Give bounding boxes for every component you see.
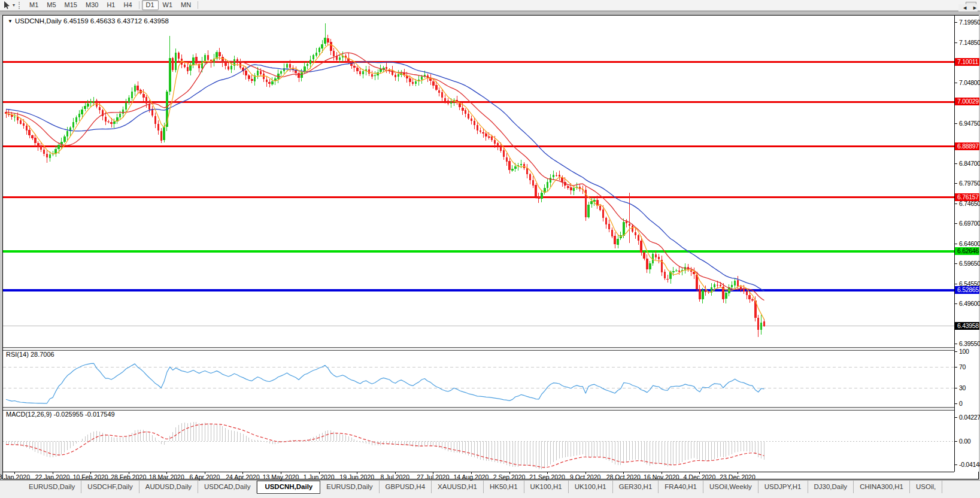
chart-tab-uk100-h1[interactable]: UK100,H1 xyxy=(524,481,569,493)
chart-tab-dj30-daily[interactable]: DJ30,Daily xyxy=(808,481,854,493)
chart-tab-china300-h1[interactable]: CHINA300,H1 xyxy=(854,481,910,493)
chart-tab-usdchf-daily[interactable]: USDCHF,Daily xyxy=(81,481,139,493)
candle-body xyxy=(377,72,378,76)
collapse-triangle-icon[interactable]: ▼ xyxy=(8,19,13,24)
candle-body xyxy=(500,147,502,151)
chart-tab-uk100-h1[interactable]: UK100,H1 xyxy=(569,481,613,493)
horizontal-level-line[interactable] xyxy=(3,196,954,198)
horizontal-level-line[interactable] xyxy=(3,61,954,63)
timeframe-buttons: M1M5M15M30H1H4D1W1MN xyxy=(25,0,201,10)
candle-body xyxy=(538,197,539,199)
chart-tab-eurusd-daily[interactable]: EURUSD,Daily xyxy=(23,481,81,493)
candle-body xyxy=(646,259,648,269)
price-level-label: 6.88897 xyxy=(955,142,979,150)
price-axis[interactable]: 7.199507.148507.048006.947506.847006.797… xyxy=(954,16,979,472)
chart-tab-hk50-h1[interactable]: HK50,H1 xyxy=(484,481,524,493)
rsi-axis-label: 30 xyxy=(959,384,966,391)
candle-body xyxy=(28,130,30,135)
candle-body xyxy=(286,64,288,68)
tab-scroll-right-button[interactable]: ► xyxy=(972,4,978,11)
candle-body xyxy=(480,130,481,132)
candle-body xyxy=(192,57,194,65)
chart-tab-usoil-weekly[interactable]: USOil,Weekly xyxy=(703,481,758,493)
candle-body xyxy=(462,108,463,111)
price-level-label: 6.52865 xyxy=(955,286,979,294)
candle-body xyxy=(649,263,651,269)
macd-axis-tick xyxy=(955,464,957,465)
toolbar-separator xyxy=(198,1,198,9)
chart-tab-eurusd-daily[interactable]: EURUSD,Daily xyxy=(320,481,379,493)
chart-tab-usdcad-daily[interactable]: USDCAD,Daily xyxy=(198,481,257,493)
candle-body xyxy=(119,114,121,117)
chart-tab-gbpusd-h4[interactable]: GBPUSD,H4 xyxy=(380,481,432,493)
chart-tab-audusd-daily[interactable]: AUDUSD,Daily xyxy=(139,481,198,493)
candle-body xyxy=(163,127,165,141)
candle-body xyxy=(289,64,291,68)
candle-body xyxy=(34,138,36,143)
chart-tab-ger30-h1[interactable]: GER30,H1 xyxy=(613,481,659,493)
macd-axis-label: -0.04148 xyxy=(959,461,980,468)
horizontal-level-line[interactable] xyxy=(3,250,954,253)
chart-tab-fra40-h1[interactable]: FRA40,H1 xyxy=(659,481,703,493)
tab-scroll-left-button[interactable]: ◄ xyxy=(962,4,967,11)
horizontal-level-line[interactable] xyxy=(3,289,954,291)
panel-separator[interactable] xyxy=(3,347,978,351)
timeframe-button-m15[interactable]: M15 xyxy=(60,0,81,10)
candle-body xyxy=(14,117,16,117)
price-axis-tick-label: 6.94750 xyxy=(959,120,980,127)
price-level-label: 7.10011 xyxy=(955,58,979,66)
candle-body xyxy=(471,119,472,122)
time-axis-label: 16 Nov 2020 xyxy=(644,473,679,481)
price-axis-tick-label: 6.84700 xyxy=(959,160,980,167)
candle-body xyxy=(359,71,361,74)
candle-body xyxy=(740,287,742,290)
rsi-indicator-panel[interactable] xyxy=(3,351,954,407)
medium-moving-average-line[interactable] xyxy=(6,53,764,300)
candle-body xyxy=(593,200,595,202)
macd-axis-tick xyxy=(955,441,957,442)
time-axis-label: 24 Apr 2020 xyxy=(226,473,260,481)
price-axis-tick-label: 6.59650 xyxy=(959,260,980,267)
candle-body xyxy=(43,150,45,154)
chart-title-text: USDCNH,Daily 6.45159 6.45633 6.43712 6.4… xyxy=(15,17,169,25)
rsi-axis-tick xyxy=(955,388,957,388)
fast-moving-average-line[interactable] xyxy=(6,45,764,320)
horizontal-level-line[interactable] xyxy=(3,145,954,147)
timeframe-button-d1[interactable]: D1 xyxy=(142,0,159,10)
toolbar-grip-handle[interactable] xyxy=(19,2,22,9)
candle-body xyxy=(374,75,375,77)
candle-body xyxy=(485,133,487,136)
time-axis-label: 2 Sep 2020 xyxy=(493,473,526,481)
slow-moving-average-line[interactable] xyxy=(6,62,764,291)
candle-body xyxy=(271,81,273,84)
candle-body xyxy=(482,132,484,134)
time-axis[interactable]: 3 Jan 202022 Jan 202010 Feb 202028 Feb 2… xyxy=(3,472,954,480)
candle-body xyxy=(257,71,259,75)
candle-body xyxy=(356,68,358,72)
candle-body xyxy=(78,114,80,117)
chart-tab-xauusd-h1[interactable]: XAUUSD,H1 xyxy=(432,481,484,493)
candle-body xyxy=(142,94,144,98)
timeframe-button-mn[interactable]: MN xyxy=(177,0,195,10)
crosshair-pointer-button[interactable]: ▾ xyxy=(2,1,16,10)
time-axis-label: 23 Dec 2020 xyxy=(720,473,756,481)
timeframe-button-m1[interactable]: M1 xyxy=(25,0,43,10)
price-axis-tick xyxy=(955,263,957,264)
candle-body xyxy=(295,70,296,73)
horizontal-level-line[interactable] xyxy=(3,326,954,326)
main-candlestick-chart[interactable] xyxy=(3,16,954,347)
timeframe-button-h1[interactable]: H1 xyxy=(102,0,119,10)
candle-body xyxy=(169,58,171,92)
rsi-axis-tick xyxy=(955,367,957,368)
panel-separator[interactable] xyxy=(3,407,978,411)
chart-tab-usdcnh-daily[interactable]: USDCNH,Daily xyxy=(257,481,320,494)
candle-body xyxy=(450,102,452,104)
timeframe-button-h4[interactable]: H4 xyxy=(119,0,136,10)
timeframe-button-w1[interactable]: W1 xyxy=(159,0,177,10)
timeframe-button-m5[interactable]: M5 xyxy=(43,0,60,10)
candle-body xyxy=(172,58,174,70)
macd-indicator-panel[interactable] xyxy=(3,411,954,472)
chart-tab-usoil-[interactable]: USOil, xyxy=(910,481,942,493)
timeframe-button-m30[interactable]: M30 xyxy=(81,0,102,10)
chart-tab-usdjpy-h1[interactable]: USDJPY,H1 xyxy=(758,481,808,493)
